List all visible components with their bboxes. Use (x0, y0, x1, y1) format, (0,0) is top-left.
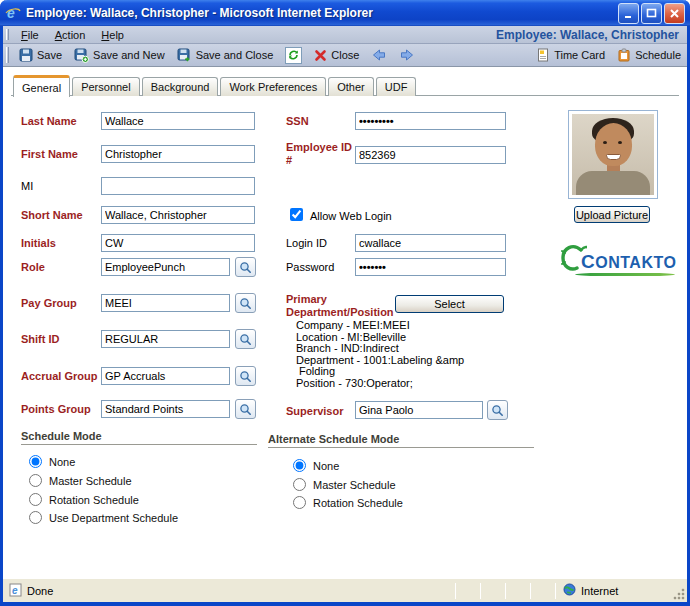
time-card-button[interactable]: Time Card (530, 46, 611, 64)
save-icon (19, 48, 33, 62)
tab-personnel[interactable]: Personnel (72, 77, 140, 96)
allow-web-login-label: Allow Web Login (310, 210, 392, 222)
first-name-input[interactable] (101, 145, 255, 163)
status-page-icon: e (9, 583, 22, 599)
alternate-schedule-mode-heading: Alternate Schedule Mode (268, 433, 399, 445)
refresh-button[interactable] (285, 47, 302, 64)
accrual-group-label: Accrual Group (21, 370, 97, 383)
mi-input[interactable] (101, 177, 255, 195)
pay-group-lookup-button[interactable] (235, 293, 256, 313)
employee-id-label: Employee ID # (286, 141, 358, 167)
close-record-button[interactable]: Close (308, 47, 365, 64)
alt-schedule-rotation-radio[interactable] (293, 496, 306, 509)
primary-dept-details: Company - MEEI:MEEI Location - MI:Bellev… (296, 320, 464, 389)
schedule-icon (617, 48, 631, 62)
upload-picture-button[interactable]: Upload Picture (574, 206, 650, 223)
back-button[interactable] (365, 46, 393, 64)
save-and-close-button[interactable]: Save and Close (171, 46, 280, 65)
shift-id-label: Shift ID (21, 333, 60, 346)
maximize-button[interactable] (641, 3, 662, 24)
tab-strip: General Personnel Background Work Prefer… (13, 75, 418, 96)
supervisor-lookup-button[interactable] (487, 400, 508, 420)
contakto-logo: Contakto (559, 243, 679, 281)
logo-swoosh (575, 273, 675, 276)
points-group-lookup-button[interactable] (235, 399, 256, 419)
globe-icon (563, 583, 576, 598)
employee-photo (572, 114, 654, 195)
menu-file[interactable]: File (13, 28, 47, 42)
first-name-label: First Name (21, 148, 78, 161)
ssn-input[interactable] (355, 112, 506, 130)
role-lookup-button[interactable] (235, 257, 256, 277)
schedule-mode-divider (21, 444, 257, 445)
select-department-button[interactable]: Select (395, 295, 504, 313)
status-text: Done (27, 585, 53, 597)
schedule-mode-heading: Schedule Mode (21, 430, 102, 442)
alt-schedule-none-label: None (313, 460, 339, 472)
pay-group-input[interactable] (101, 294, 230, 312)
schedule-use-department-radio[interactable] (29, 511, 42, 524)
close-x-icon (314, 49, 327, 62)
alt-schedule-master-label: Master Schedule (313, 479, 396, 491)
browser-window: e Employee: Wallace, Christopher - Micro… (0, 0, 690, 606)
shift-id-input[interactable] (101, 330, 230, 348)
pay-group-label: Pay Group (21, 297, 77, 310)
minimize-button[interactable] (618, 3, 639, 24)
supervisor-input[interactable] (355, 401, 483, 419)
forward-arrow-icon (399, 48, 415, 62)
last-name-input[interactable] (101, 112, 255, 130)
schedule-rotation-label: Rotation Schedule (49, 494, 139, 506)
forward-button[interactable] (393, 46, 421, 64)
primary-dept-label: Primary Department/Position (286, 293, 396, 319)
short-name-label: Short Name (21, 209, 83, 222)
role-label: Role (21, 261, 45, 274)
window-title: Employee: Wallace, Christopher - Microso… (26, 6, 618, 20)
alt-schedule-master-radio[interactable] (293, 478, 306, 491)
login-id-input[interactable] (355, 234, 506, 252)
security-zone-text: Internet (581, 585, 618, 597)
menu-help[interactable]: Help (93, 28, 132, 42)
points-group-label: Points Group (21, 403, 91, 416)
alt-schedule-rotation-label: Rotation Schedule (313, 497, 403, 509)
title-bar: e Employee: Wallace, Christopher - Micro… (0, 0, 690, 26)
initials-input[interactable] (101, 234, 255, 252)
toolbar: Save Save and New Save and Close Close T… (3, 44, 687, 67)
password-input[interactable] (355, 258, 506, 276)
close-window-button[interactable] (664, 3, 685, 24)
tab-general[interactable]: General (13, 75, 70, 97)
accrual-group-lookup-button[interactable] (235, 366, 256, 386)
accrual-group-input[interactable] (101, 367, 230, 385)
save-new-icon (74, 48, 89, 63)
short-name-input[interactable] (101, 206, 255, 224)
tab-work-preferences[interactable]: Work Preferences (220, 77, 326, 96)
schedule-master-label: Master Schedule (49, 475, 132, 487)
schedule-button[interactable]: Schedule (611, 46, 687, 64)
schedule-none-radio[interactable] (29, 455, 42, 468)
time-card-icon (536, 48, 550, 62)
schedule-rotation-radio[interactable] (29, 493, 42, 506)
alt-schedule-none-radio[interactable] (293, 459, 306, 472)
resize-grip[interactable] (673, 588, 685, 600)
ssn-label: SSN (286, 115, 309, 128)
login-id-label: Login ID (286, 237, 327, 250)
points-group-input[interactable] (101, 400, 230, 418)
refresh-icon (287, 48, 300, 63)
menu-action[interactable]: Action (47, 28, 94, 42)
employee-id-input[interactable] (355, 146, 506, 164)
svg-text:e: e (7, 5, 15, 21)
supervisor-label: Supervisor (286, 405, 343, 418)
save-button[interactable]: Save (13, 46, 68, 64)
tab-other[interactable]: Other (328, 77, 374, 96)
schedule-use-department-label: Use Department Schedule (49, 512, 178, 524)
allow-web-login-checkbox[interactable] (290, 208, 303, 221)
menubar-grip-handle (6, 29, 9, 41)
context-employee-title: Employee: Wallace, Christopher (496, 28, 687, 42)
tab-background[interactable]: Background (142, 77, 219, 96)
tab-udf[interactable]: UDF (376, 77, 417, 96)
shift-id-lookup-button[interactable] (235, 329, 256, 349)
employee-photo-frame (568, 110, 658, 199)
save-and-new-button[interactable]: Save and New (68, 46, 171, 65)
alternate-schedule-divider (268, 447, 534, 448)
role-input[interactable] (101, 258, 230, 276)
schedule-master-radio[interactable] (29, 474, 42, 487)
